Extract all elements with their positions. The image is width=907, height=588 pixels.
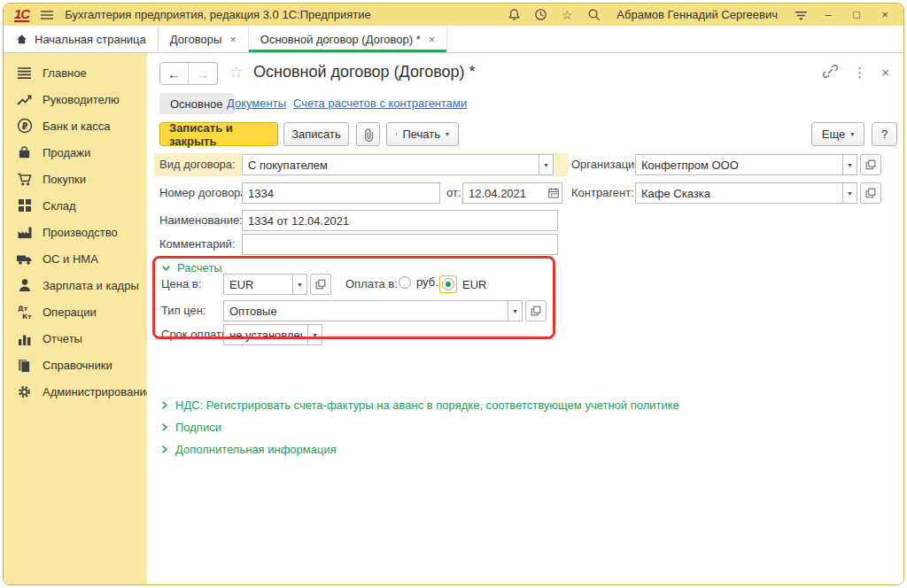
section-dop-info-header[interactable]: Дополнительная информация	[159, 443, 337, 456]
ruble-icon: ₽	[16, 118, 33, 134]
open-currency-button[interactable]	[310, 274, 331, 295]
gear-icon	[16, 383, 33, 399]
sidebar-item-rukovoditelyu[interactable]: Руководителю	[4, 86, 147, 112]
navtab-scheta-raschetov[interactable]: Счета расчетов с контрагентами	[293, 97, 467, 110]
more-actions-button[interactable]: Еще ▾	[811, 122, 864, 146]
organization-field-group: ▾	[635, 154, 881, 175]
sections-sidebar: Главное Руководителю ₽ Банк и касса Прод…	[4, 53, 147, 584]
main-menu-icon[interactable]	[38, 6, 56, 24]
notifications-bell-icon[interactable]	[505, 6, 523, 24]
help-button[interactable]: ?	[872, 122, 897, 146]
radio-focus-ring	[439, 275, 457, 293]
minimize-button[interactable]: –	[818, 8, 838, 21]
payment-in-eur-option[interactable]: EUR	[439, 275, 486, 293]
tab-osnovnoy-dogovor[interactable]: Основной договор (Договор) * ×	[249, 26, 448, 52]
home-icon	[15, 33, 28, 45]
name-field-group	[242, 210, 558, 231]
dropdown-arrow-icon[interactable]: ▾	[292, 274, 307, 295]
sidebar-item-spravochniki[interactable]: Справочники	[4, 352, 147, 378]
section-podpisi-header[interactable]: Подписи	[159, 421, 221, 434]
save-and-close-button[interactable]: Записать и закрыть	[159, 122, 278, 146]
section-nds-header[interactable]: НДС: Регистрировать счета-фактуры на ава…	[159, 398, 679, 412]
dropdown-arrow-icon[interactable]: ▾	[508, 300, 523, 321]
navtab-dokumenty[interactable]: Документы	[227, 97, 286, 110]
history-icon[interactable]	[531, 6, 549, 24]
calendar-icon[interactable]	[545, 182, 562, 204]
save-button[interactable]: Записать	[283, 122, 349, 146]
maximize-button[interactable]: □	[847, 8, 866, 21]
more-menu-kebab-icon[interactable]: ⋮	[853, 66, 866, 80]
sidebar-item-proizvodstvo[interactable]: Производство	[4, 219, 147, 245]
chevron-down-icon: ▾	[850, 130, 854, 138]
radio-rub[interactable]	[399, 276, 411, 289]
price-in-input[interactable]	[223, 274, 292, 295]
sidebar-item-pokupki[interactable]: Покупки	[4, 166, 147, 192]
forward-button[interactable]: →	[189, 63, 217, 84]
back-button[interactable]: ←	[160, 63, 189, 84]
sidebar-item-glavnoe[interactable]: Главное	[4, 59, 147, 86]
dropdown-arrow-icon[interactable]: ▾	[307, 324, 322, 345]
search-icon[interactable]	[585, 6, 602, 24]
open-icon	[864, 159, 877, 171]
chevron-right-icon	[159, 422, 169, 432]
open-icon	[530, 305, 542, 317]
comment-field-group	[242, 234, 558, 255]
dropdown-arrow-icon[interactable]: ▾	[842, 182, 857, 204]
counterparty-label: Контрагент:	[571, 186, 634, 199]
name-input[interactable]	[242, 210, 558, 231]
contract-type-label: Вид договора:	[159, 158, 236, 171]
sidebar-item-bank-i-kassa[interactable]: ₽ Банк и касса	[4, 112, 147, 139]
section-raschety-header[interactable]: Расчеты	[161, 261, 222, 275]
contract-date-input[interactable]	[462, 182, 545, 204]
chevron-right-icon	[159, 445, 169, 454]
open-counterparty-button[interactable]	[860, 182, 881, 204]
service-menu-icon[interactable]	[792, 6, 810, 24]
tab-home[interactable]: Начальная страница	[4, 26, 159, 52]
payment-in-rub-option[interactable]: руб.	[399, 275, 438, 289]
open-organization-button[interactable]	[860, 154, 881, 175]
sidebar-item-operacii[interactable]: ДтКт Операции	[4, 298, 147, 325]
close-tab-icon[interactable]: ×	[429, 33, 436, 46]
payment-in-label: Оплата в:	[345, 277, 398, 290]
sidebar-item-zarplata-i-kadry[interactable]: Зарплата и кадры	[4, 272, 147, 298]
dropdown-arrow-icon[interactable]: ▾	[539, 154, 554, 175]
tab-dogovory[interactable]: Договоры ×	[159, 26, 249, 52]
favorites-star-icon[interactable]: ☆	[558, 6, 576, 24]
print-button[interactable]: Печать ▾	[386, 122, 459, 146]
printer-icon	[396, 128, 397, 141]
sidebar-item-prodazhi[interactable]: Продажи	[4, 139, 147, 166]
close-window-button[interactable]: ×	[875, 8, 895, 21]
sidebar-item-sklad[interactable]: Склад	[4, 192, 147, 219]
counterparty-input[interactable]	[635, 182, 842, 204]
history-nav-group: ← →	[159, 62, 218, 85]
title-bar: 1С Бухгалтерия предприятия, редакция 3.0…	[4, 4, 903, 26]
contract-number-field-group	[242, 182, 440, 204]
price-type-input[interactable]	[223, 300, 508, 321]
price-type-field-group: ▾	[223, 300, 547, 321]
organization-input[interactable]	[635, 154, 842, 175]
close-form-icon[interactable]: ×	[881, 66, 889, 80]
paperclip-icon	[361, 128, 376, 142]
payment-term-label: Срок оплаты:	[161, 328, 233, 341]
radio-eur[interactable]	[442, 278, 454, 290]
contract-type-field-group: ▾	[242, 154, 554, 175]
open-price-type-button[interactable]	[525, 300, 547, 321]
contract-type-input[interactable]	[242, 154, 539, 175]
contract-number-input[interactable]	[242, 182, 440, 204]
sidebar-item-otchety[interactable]: Отчеты	[4, 325, 147, 352]
app-window: 1С Бухгалтерия предприятия, редакция 3.0…	[3, 3, 904, 585]
navtab-osnovnoe[interactable]: Основное	[159, 93, 234, 114]
open-icon	[314, 278, 327, 290]
sidebar-item-os-i-nma[interactable]: ОС и НМА	[4, 245, 147, 272]
payment-term-field-group: ▾	[223, 324, 322, 345]
comment-input[interactable]	[242, 234, 558, 255]
open-icon	[864, 187, 877, 199]
sidebar-item-administrirovanie[interactable]: Администрирование	[4, 378, 147, 405]
payment-term-input[interactable]	[223, 324, 307, 345]
user-menu[interactable]: Абрамов Геннадий Сергеевич	[616, 8, 778, 21]
add-to-favorites-star-icon[interactable]: ☆	[229, 62, 244, 82]
dropdown-arrow-icon[interactable]: ▾	[842, 154, 857, 175]
attachments-button[interactable]	[356, 122, 380, 146]
close-tab-icon[interactable]: ×	[229, 33, 236, 46]
get-link-icon[interactable]	[823, 64, 838, 81]
